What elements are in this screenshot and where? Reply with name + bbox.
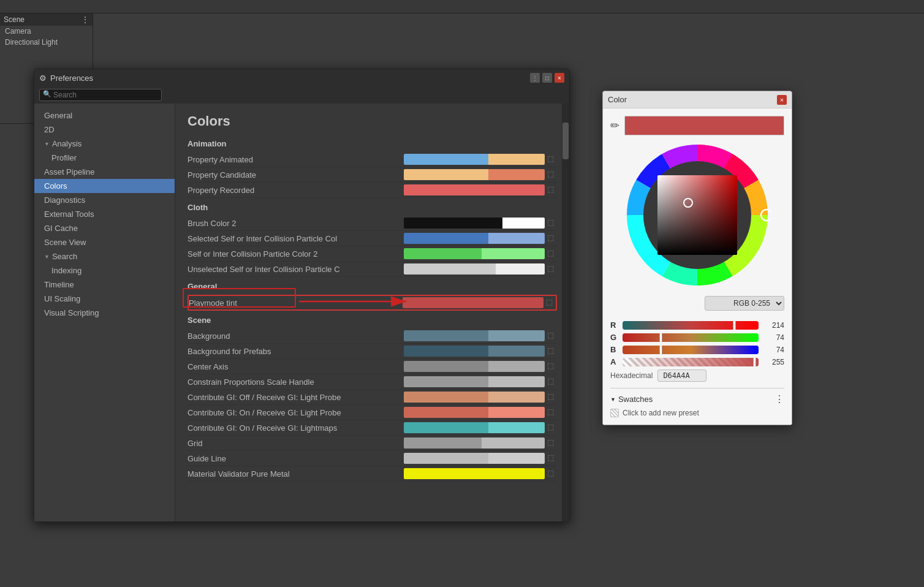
color-picker-icon-selected-collision[interactable]: ⬚ [547,233,557,243]
color-swatch-gi-on-lm-color[interactable] [404,422,545,433]
sidebar-item-visual-scripting[interactable]: Visual Scripting [34,306,175,320]
preferences-menu-button[interactable]: ⋮ [530,73,540,83]
color-swatch-gi-on-lp-color[interactable] [404,407,545,418]
sidebar-item-timeline[interactable]: Timeline [34,278,175,292]
color-picker-icon-brush2[interactable]: ⬚ [547,218,557,228]
sidebar-item-analysis[interactable]: ▼ Analysis [34,137,175,151]
preferences-maximize-button[interactable]: □ [542,73,552,83]
color-swatch-material-validator: ⬚ [404,468,557,479]
color-swatch-center-axis-color[interactable] [404,361,545,372]
g-value: 74 [762,333,784,342]
color-swatch-brush2-color[interactable] [404,218,545,229]
color-picker-icon-guide-line[interactable]: ⬚ [547,453,557,463]
color-label-selected-collision: Selected Self or Inter Collision Particl… [187,234,404,243]
sidebar-item-ui-scaling[interactable]: UI Scaling [34,292,175,306]
color-picker-body: ✏ [603,108,792,425]
add-preset-label: Click to add new preset [623,409,699,417]
r-slider-row: R 214 [610,320,784,330]
color-swatch-background-color[interactable] [404,330,545,341]
color-swatch-recorded-color[interactable] [404,184,545,195]
hierarchy-item-light[interactable]: Directional Light [0,37,93,48]
sidebar-item-gi-cache[interactable]: GI Cache [34,221,175,235]
preferences-close-button[interactable]: × [555,73,564,83]
a-slider[interactable] [623,358,759,366]
color-swatch-playmode-color[interactable] [403,297,543,308]
color-swatch-material-validator-color[interactable] [404,468,545,479]
color-picker-icon-center-axis[interactable]: ⬚ [547,362,557,371]
color-picker-icon-gi-on-lp[interactable]: ⬚ [547,407,557,417]
search-input[interactable] [39,89,162,101]
hierarchy-item-camera[interactable]: Camera [0,26,93,37]
g-slider[interactable] [623,333,759,342]
color-label-playmode-tint: Playmode tint [189,298,403,308]
preferences-titlebar: ⚙ Preferences ⋮ □ × [34,69,569,86]
color-picker-close-button[interactable]: × [777,95,787,105]
color-swatch-candidate-color[interactable] [404,169,545,180]
hex-row: Hexadecimal [610,369,784,382]
color-picker-titlebar: Color × [603,91,792,108]
add-preset-button[interactable]: Click to add new preset [610,409,784,417]
color-swatch-animated-color[interactable] [404,154,545,165]
color-swatch-gi-off-lp: ⬚ [404,392,557,403]
color-label-guide-line: Guide Line [187,454,404,463]
a-value: 255 [762,358,784,366]
hex-input[interactable] [657,369,706,382]
color-swatch-grid-color[interactable] [404,437,545,449]
content-scrollbar-track [562,104,569,521]
color-swatch-guide-line-color[interactable] [404,453,545,464]
color-picker-icon-gi-on-lm[interactable]: ⬚ [547,423,557,433]
color-swatch-bg-prefabs-color[interactable] [404,346,545,357]
color-swatch-bg-prefabs: ⬚ [404,346,557,357]
eyedropper-icon[interactable]: ✏ [610,119,619,132]
color-label-material-validator: Material Validator Pure Metal [187,469,404,479]
sidebar-item-search[interactable]: ▼ Search [34,249,175,263]
g-label: G [610,333,619,342]
preferences-sidebar: General 2D ▼ Analysis Profiler Asset Pip… [34,104,175,521]
preferences-content: Colors Animation Property Animated ⬚ Pro… [175,104,569,521]
sidebar-item-asset-pipeline[interactable]: Asset Pipeline [34,165,175,179]
color-swatch-self-collision-color[interactable] [404,248,545,259]
swatches-menu-icon[interactable]: ⋮ [774,393,784,405]
color-wheel[interactable] [624,142,771,289]
color-picker-icon-material-validator[interactable]: ⬚ [547,469,557,479]
color-swatch-unselected-collision-color[interactable] [404,263,545,275]
section-scene: Scene [187,316,557,325]
color-swatch-gi-off-lp-color[interactable] [404,392,545,403]
color-row-property-animated: Property Animated ⬚ [187,152,557,167]
swatches-triangle-icon: ▼ [610,396,616,403]
color-swatch-selected-collision-color[interactable] [404,233,545,244]
sidebar-item-colors[interactable]: Colors [34,179,175,193]
color-picker-icon-recorded[interactable]: ⬚ [547,185,557,195]
color-picker-icon-constrain[interactable]: ⬚ [547,377,557,387]
color-picker-icon-bg-prefabs[interactable]: ⬚ [547,346,557,356]
section-animation: Animation [187,139,557,148]
sidebar-item-indexing[interactable]: Indexing [34,263,175,278]
color-picker-icon-self-collision[interactable]: ⬚ [547,249,557,259]
color-label-property-animated: Property Animated [187,155,404,164]
color-preview[interactable] [624,116,784,135]
color-swatch-guide-line: ⬚ [404,453,557,464]
sidebar-item-external-tools[interactable]: External Tools [34,207,175,221]
color-picker-icon-candidate[interactable]: ⬚ [547,170,557,180]
r-slider[interactable] [623,321,759,330]
color-picker-icon-unselected-collision[interactable]: ⬚ [547,264,557,274]
sidebar-item-diagnostics[interactable]: Diagnostics [34,193,175,207]
color-picker-icon-background[interactable]: ⬚ [547,331,557,341]
hierarchy-menu-icon[interactable]: ⋮ [81,15,89,24]
color-picker-icon-gi-off-lp[interactable]: ⬚ [547,392,557,402]
color-swatch-recorded: ⬚ [404,184,557,195]
color-mode-select[interactable]: RGB 0-255 [705,296,784,311]
color-picker-icon-animated[interactable]: ⬚ [547,154,557,164]
color-swatch-constrain: ⬚ [404,376,557,387]
color-picker-icon-grid[interactable]: ⬚ [547,438,557,448]
content-scrollbar-thumb[interactable] [562,123,569,159]
preferences-window: ⚙ Preferences ⋮ □ × 🔍 General 2D ▼ Analy… [34,69,570,522]
sidebar-item-general[interactable]: General [34,108,175,123]
b-slider[interactable] [623,346,759,354]
sidebar-item-2d[interactable]: 2D [34,123,175,137]
sidebar-item-profiler[interactable]: Profiler [34,151,175,165]
color-picker-icon-playmode[interactable]: ⬚ [546,298,556,308]
sidebar-item-scene-view[interactable]: Scene View [34,235,175,249]
color-swatch-selected-collision: ⬚ [404,233,557,244]
color-swatch-constrain-color[interactable] [404,376,545,387]
